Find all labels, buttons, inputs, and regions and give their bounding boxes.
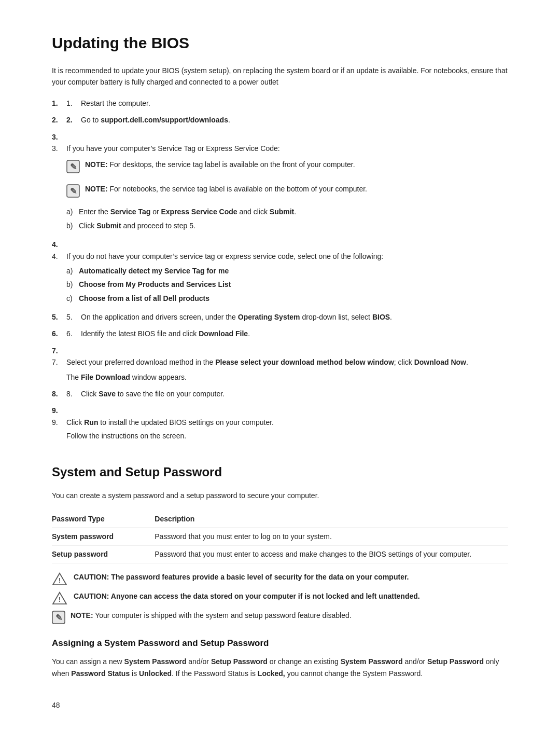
note-icon-section2: ✎: [52, 611, 65, 624]
section2-note-text: NOTE: Your computer is shipped with the …: [71, 610, 352, 621]
step-2-content: Go to support.dell.com/support/downloads…: [81, 114, 508, 126]
step-9: 9. Click Run to install the updated BIOS…: [52, 405, 508, 442]
page-container: Updating the BIOS It is recommended to u…: [52, 31, 508, 679]
step-3-sub-b: b) Click Submit and proceed to step 5.: [66, 220, 508, 231]
svg-text:!: !: [59, 576, 61, 584]
svg-text:✎: ✎: [70, 162, 77, 171]
step-4: 4. If you do not have your computer’s se…: [52, 239, 508, 306]
password-type-system: System password: [52, 528, 155, 545]
step-1: 1. Restart the computer.: [52, 98, 508, 109]
password-table-row-0: System password Password that you must e…: [52, 528, 508, 545]
note-3a: ✎ NOTE: For desktops, the service tag la…: [66, 159, 355, 173]
step-9-content: Click Run to install the updated BIOS se…: [66, 417, 508, 428]
section2-intro: You can create a system password and a s…: [52, 490, 508, 501]
svg-text:!: !: [59, 596, 61, 603]
password-table-row-1: Setup password Password that you must en…: [52, 545, 508, 563]
password-desc-system: Password that you must enter to log on t…: [155, 528, 508, 545]
note-3b-text: NOTE: For notebooks, the service tag lab…: [85, 184, 367, 195]
step-4-sub-a: a) System passwordAutomatically detect m…: [66, 265, 508, 277]
step-8-content: Click Save to save the file on your comp…: [81, 388, 508, 399]
caution-icon-2: !: [52, 591, 67, 605]
caution-2: ! CAUTION: Anyone can access the data st…: [52, 591, 508, 605]
note-3a-text: NOTE: For desktops, the service tag labe…: [85, 159, 355, 170]
step-2: 2. Go to support.dell.com/support/downlo…: [52, 114, 508, 126]
password-type-setup: Setup password: [52, 545, 155, 563]
note-icon-3b: ✎: [66, 184, 80, 198]
step-3-content: If you have your computer’s Service Tag …: [66, 143, 508, 154]
svg-text:✎: ✎: [55, 613, 62, 622]
step-4-content: If you do not have your computer’s servi…: [66, 251, 508, 262]
note-3b: ✎ NOTE: For notebooks, the service tag l…: [66, 184, 367, 198]
password-table: Password Type Description System passwor…: [52, 511, 508, 563]
step-4-sub-b-text: Choose from My Products and Services Lis…: [79, 279, 231, 290]
updating-bios-section: Updating the BIOS It is recommended to u…: [52, 31, 508, 442]
section2-note: ✎ NOTE: Your computer is shipped with th…: [52, 610, 508, 624]
caution-1-text: CAUTION: The password features provide a…: [74, 572, 409, 583]
step-3: 3. If you have your computer’s Service T…: [52, 131, 508, 234]
step-6: 6. Identify the latest BIOS file and cli…: [52, 328, 508, 339]
page-footer: 48: [52, 700, 508, 711]
step-3-sublist: a) Enter the Service Tag or Express Serv…: [52, 203, 508, 233]
caution-2-text: CAUTION: Anyone can access the data stor…: [74, 591, 420, 602]
step-4-sub-a-text: System passwordAutomatically detect my S…: [79, 265, 229, 277]
step-7-content: Select your preferred download method in…: [66, 356, 508, 368]
step-3-sub-a-text: Enter the Service Tag or Express Service…: [79, 206, 296, 217]
step-4-sublist: a) System passwordAutomatically detect m…: [52, 262, 508, 306]
step-8: 8. Click Save to save the file on your c…: [52, 388, 508, 399]
step-1-content: Restart the computer.: [81, 98, 508, 109]
password-table-header-type: Password Type: [52, 511, 155, 528]
step-7: 7. Select your preferred download method…: [52, 345, 508, 383]
step-6-content: Identify the latest BIOS file and click …: [81, 328, 508, 339]
caution-1: ! CAUTION: The password features provide…: [52, 572, 508, 586]
password-table-header-description: Description: [155, 511, 508, 528]
subsection-title: Assigning a System Password and Setup Pa…: [52, 637, 508, 650]
step-2-url: support.dell.com/support/downloads: [101, 116, 228, 124]
step-3-sub-a: a) Enter the Service Tag or Express Serv…: [66, 206, 508, 217]
caution-icon-1: !: [52, 572, 67, 586]
step-5-content: On the application and drivers screen, u…: [81, 311, 508, 323]
step-5: 5. On the application and drivers screen…: [52, 311, 508, 323]
section1-title: Updating the BIOS: [52, 31, 508, 54]
note-icon-3a: ✎: [66, 160, 80, 173]
svg-text:✎: ✎: [70, 187, 77, 196]
step-4-sub-b: b) Choose from My Products and Services …: [66, 279, 508, 290]
subsection-text: You can assign a new System Password and…: [52, 656, 508, 679]
steps-list: 1. Restart the computer. 2. Go to suppor…: [52, 98, 508, 442]
section2-title: System and Setup Password: [52, 463, 508, 481]
system-setup-password-section: System and Setup Password You can create…: [52, 463, 508, 680]
page-number: 48: [52, 701, 60, 709]
step-9-sub: Follow the instructions on the screen.: [52, 430, 186, 442]
step-4-sub-c: c) Choose from a list of all Dell produc…: [66, 293, 508, 304]
step-4-sub-c-text: Choose from a list of all Dell products: [79, 293, 209, 304]
password-desc-setup: Password that you must enter to access a…: [155, 545, 508, 563]
section1-intro: It is recommended to update your BIOS (s…: [52, 65, 508, 88]
step-7-note: The File Download window appears.: [52, 371, 187, 383]
step-3-sub-b-text: Click Submit and proceed to step 5.: [79, 220, 195, 231]
assigning-password-subsection: Assigning a System Password and Setup Pa…: [52, 637, 508, 679]
password-table-header-row: Password Type Description: [52, 511, 508, 528]
